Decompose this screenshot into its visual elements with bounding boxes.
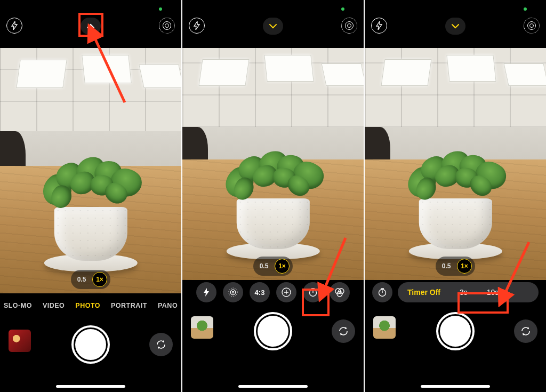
- last-photo-thumbnail[interactable]: [191, 316, 213, 339]
- scene-figure: [182, 127, 208, 164]
- home-indicator[interactable]: [56, 385, 125, 388]
- mode-video[interactable]: VIDEO: [43, 302, 65, 309]
- scene-figure: [0, 131, 26, 171]
- bottom-bar: Timer Off 3s 10s: [365, 280, 546, 392]
- flip-icon: [520, 325, 532, 337]
- home-indicator[interactable]: [238, 385, 308, 388]
- flip-icon: [155, 339, 167, 350]
- scene-plant: [405, 159, 506, 261]
- top-bar: [0, 15, 181, 36]
- zoom-control[interactable]: 0.5 1×: [436, 257, 475, 276]
- flip-icon: [338, 325, 349, 337]
- mode-slomo[interactable]: SLO-MO: [4, 302, 32, 309]
- zoom-1x[interactable]: 1×: [275, 259, 290, 274]
- svg-point-3: [232, 291, 234, 293]
- live-photo-control[interactable]: [223, 282, 243, 302]
- camera-flip-button[interactable]: [149, 333, 173, 356]
- shutter-button[interactable]: [71, 325, 110, 364]
- live-photo-toggle[interactable]: [341, 18, 357, 34]
- mode-selector[interactable]: SLO-MO VIDEO PHOTO PORTRAIT PANO: [0, 293, 181, 318]
- controls-toggle[interactable]: [263, 18, 283, 35]
- home-indicator[interactable]: [421, 385, 490, 388]
- timer-10s[interactable]: 10s: [477, 288, 509, 297]
- top-bar: [365, 15, 546, 36]
- timer-icon: [378, 287, 387, 297]
- mode-photo[interactable]: PHOTO: [75, 302, 100, 309]
- bottom-bar: SLO-MO VIDEO PHOTO PORTRAIT PANO: [0, 293, 181, 392]
- chevron-down-icon: [269, 23, 277, 29]
- controls-toggle[interactable]: [445, 18, 465, 35]
- svg-point-1: [229, 288, 237, 297]
- zoom-1x[interactable]: 1×: [92, 272, 107, 287]
- flash-icon: [375, 21, 383, 30]
- camera-flip-button[interactable]: [332, 319, 355, 343]
- zoom-0-5[interactable]: 0.5: [439, 259, 454, 274]
- live-photo-icon: [228, 287, 238, 298]
- flash-toggle[interactable]: [189, 18, 205, 34]
- svg-point-2: [230, 290, 236, 295]
- camera-flip-button[interactable]: [514, 319, 537, 343]
- panel-2: 0.5 1× 4:3: [182, 0, 365, 392]
- controls-row: 4:3: [182, 280, 364, 305]
- scene-plant: [222, 159, 324, 261]
- filters-control[interactable]: [330, 282, 350, 302]
- zoom-control[interactable]: 0.5 1×: [253, 257, 293, 276]
- flash-icon: [193, 21, 200, 30]
- aspect-ratio-control[interactable]: 4:3: [250, 282, 270, 302]
- scene-figure: [365, 127, 390, 164]
- camera-viewfinder[interactable]: 0.5 1×: [182, 48, 364, 280]
- shutter-button[interactable]: [436, 312, 475, 350]
- timer-row: Timer Off 3s 10s: [365, 280, 546, 305]
- tutorial-three-panels: 0.5 1× SLO-MO VIDEO PHOTO PORTRAIT PANO: [0, 0, 546, 392]
- timer-3s[interactable]: 3s: [450, 288, 477, 297]
- timer-icon: [308, 287, 318, 297]
- shutter-button[interactable]: [254, 312, 292, 350]
- flash-toggle[interactable]: [6, 18, 22, 34]
- chevron-up-icon: [86, 23, 95, 29]
- live-photo-toggle[interactable]: [524, 18, 540, 34]
- last-photo-thumbnail[interactable]: [9, 330, 31, 352]
- panel-3: 0.5 1× Timer Off 3s 10s: [365, 0, 546, 392]
- camera-active-indicator: [524, 7, 527, 11]
- zoom-control[interactable]: 0.5 1×: [71, 270, 110, 289]
- zoom-1x[interactable]: 1×: [457, 259, 472, 274]
- flash-control[interactable]: [196, 282, 216, 302]
- chevron-down-icon: [451, 23, 460, 29]
- panel-1: 0.5 1× SLO-MO VIDEO PHOTO PORTRAIT PANO: [0, 0, 182, 392]
- exposure-icon: [282, 287, 291, 297]
- camera-viewfinder[interactable]: 0.5 1×: [0, 48, 181, 293]
- shutter-row: [182, 305, 364, 363]
- shutter-row: [365, 305, 546, 363]
- mode-pano[interactable]: PANO: [158, 302, 178, 309]
- filters-icon: [334, 287, 345, 297]
- zoom-0-5[interactable]: 0.5: [256, 259, 271, 274]
- timer-off-label[interactable]: Timer Off: [398, 288, 450, 297]
- camera-active-indicator: [341, 7, 344, 11]
- shutter-row: [0, 318, 181, 377]
- flash-toggle[interactable]: [371, 18, 387, 34]
- timer-control[interactable]: [372, 282, 392, 302]
- last-photo-thumbnail[interactable]: [373, 316, 396, 339]
- zoom-0-5[interactable]: 0.5: [74, 272, 89, 287]
- camera-viewfinder[interactable]: 0.5 1×: [365, 48, 546, 280]
- top-bar: [182, 15, 364, 36]
- timer-options-pill: Timer Off 3s 10s: [398, 282, 539, 302]
- timer-control[interactable]: [303, 282, 323, 302]
- live-photo-toggle[interactable]: [159, 18, 175, 34]
- exposure-control[interactable]: [276, 282, 296, 302]
- mode-portrait[interactable]: PORTRAIT: [111, 302, 147, 309]
- scene-plant: [40, 166, 141, 274]
- flash-icon: [11, 21, 18, 30]
- flash-icon: [203, 288, 210, 297]
- controls-toggle[interactable]: [81, 18, 101, 35]
- camera-active-indicator: [159, 7, 162, 11]
- bottom-bar: 4:3: [182, 280, 364, 392]
